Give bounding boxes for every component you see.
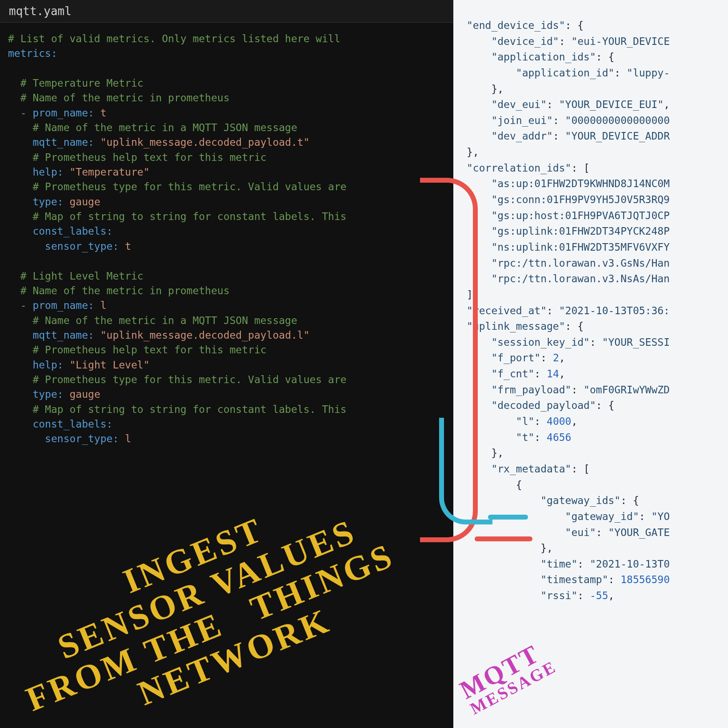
- json-token: "omF0GRIwYWwZD: [584, 384, 670, 396]
- code-token: "uplink_message.decoded_payload.l": [100, 329, 310, 341]
- code-line: # Name of the metric in prometheus: [20, 285, 230, 296]
- json-token: "2021-10-13T0: [590, 558, 670, 570]
- code-token: gauge: [70, 388, 100, 400]
- json-token: "gateway_id": [565, 511, 639, 522]
- json-token: "frm_payload": [491, 384, 571, 396]
- code-token: t: [100, 107, 107, 119]
- json-token: "join_eui": [491, 115, 552, 126]
- code-token: "Temperature": [70, 166, 150, 178]
- json-token: "rpc:/ttn.lorawan.v3.NsAs/Han: [491, 273, 670, 284]
- json-token: "end_device_ids": [467, 20, 565, 31]
- json-token: "ns:uplink:01FHW2DT35MFV6VXFY: [491, 241, 670, 253]
- code-token: help: [32, 166, 57, 178]
- json-token: "gateway_ids": [540, 495, 620, 506]
- json-token: -55: [590, 590, 608, 601]
- json-token: "decoded_payload": [491, 400, 596, 411]
- code-token: prom_name: [32, 300, 88, 311]
- json-token: "f_cnt": [491, 368, 534, 380]
- code-line: # Map of string to string for constant l…: [32, 404, 346, 415]
- code-line: # Prometheus type for this metric. Valid…: [32, 374, 346, 385]
- code-line: # Name of the metric in a MQTT JSON mess…: [32, 122, 297, 133]
- code-token: sensor_type: [45, 433, 112, 444]
- json-token: "YOUR_GATE: [608, 527, 670, 538]
- json-token: "gs:up:host:01FH9PVA6TJQTJ0CP: [491, 210, 670, 221]
- code-token: prom_name: [32, 107, 88, 119]
- code-token: type: [32, 388, 57, 400]
- code-token: help: [32, 359, 57, 371]
- json-token: "t": [516, 432, 535, 443]
- yaml-code[interactable]: # List of valid metrics. Only metrics li…: [0, 23, 453, 456]
- json-token: "0000000000000000: [565, 115, 670, 126]
- code-line: # Map of string to string for constant l…: [32, 211, 346, 222]
- json-token: 4656: [547, 432, 571, 443]
- json-token: "rx_metadata": [491, 463, 571, 475]
- code-line: # Prometheus help text for this metric: [32, 152, 266, 163]
- json-token: "dev_addr": [491, 130, 552, 142]
- code-token: mqtt_name: [32, 136, 88, 148]
- code-line: # Name of the metric in a MQTT JSON mess…: [32, 315, 297, 326]
- json-token: 18556590: [620, 574, 670, 585]
- json-token: "2021-10-13T05:36:: [559, 305, 670, 316]
- json-token: "dev_eui": [491, 99, 547, 110]
- code-line: # Prometheus help text for this metric: [32, 344, 266, 356]
- json-token: "timestamp": [540, 574, 608, 585]
- json-token: "time": [540, 558, 577, 570]
- json-token: "correlation_ids": [467, 162, 571, 174]
- code-token: "uplink_message.decoded_payload.t": [100, 136, 310, 148]
- code-token: const_labels: [32, 225, 106, 237]
- json-token: 14: [547, 368, 559, 380]
- code-token: mqtt_name: [32, 329, 88, 341]
- json-token: 2: [553, 352, 559, 364]
- code-token: sensor_type: [45, 240, 112, 252]
- json-token: "eui-YOUR_DEVICE: [571, 36, 670, 47]
- code-token: type: [32, 196, 57, 208]
- tab-bar: mqtt.yaml: [0, 0, 453, 23]
- json-token: "rpc:/ttn.lorawan.v3.GsNs/Han: [491, 257, 670, 269]
- json-token: "rssi": [540, 590, 577, 601]
- json-token: "session_key_id": [491, 336, 590, 348]
- code-token: l: [125, 433, 131, 444]
- json-token: 4000: [547, 416, 571, 427]
- code-line: # Prometheus type for this metric. Valid…: [32, 181, 346, 192]
- code-line: # Name of the metric in prometheus: [20, 92, 230, 104]
- code-line: # Temperature Metric: [20, 77, 144, 89]
- json-token: "gs:conn:01FH9PV9YH5J0V5R3RQ9: [491, 194, 670, 205]
- json-token: "application_id": [516, 67, 615, 79]
- json-pane[interactable]: "end_device_ids": { "device_id": "eui-YO…: [453, 0, 728, 728]
- code-token: metrics: [8, 48, 51, 59]
- code-token: "Light Level": [70, 359, 150, 371]
- code-token: t: [125, 240, 131, 252]
- json-token: "received_at": [467, 305, 547, 316]
- json-token: "YOUR_DEVICE_ADDR: [565, 130, 670, 142]
- json-token: "luppy-: [627, 67, 670, 79]
- code-token: const_labels: [32, 418, 106, 430]
- json-token: "uplink_message": [467, 320, 565, 332]
- json-token: "f_port": [491, 352, 540, 364]
- json-token: "as:up:01FHW2DT9KWHND8J14NC0M: [491, 178, 670, 189]
- json-token: "YOUR_SESSI: [602, 336, 670, 348]
- json-token: "YOUR_DEVICE_EUI": [559, 99, 664, 110]
- code-token: gauge: [70, 196, 100, 208]
- json-token: "l": [516, 416, 535, 427]
- code-token: l: [100, 300, 107, 311]
- code-line: # List of valid metrics. Only metrics li…: [8, 33, 340, 44]
- code-line: # Light Level Metric: [20, 270, 144, 282]
- tab-filename[interactable]: mqtt.yaml: [9, 4, 72, 18]
- json-token: "application_ids": [491, 51, 596, 63]
- json-token: "YO: [651, 511, 670, 522]
- json-token: "gs:uplink:01FHW2DT34PYCK248P: [491, 225, 670, 237]
- json-token: "device_id": [491, 36, 559, 47]
- editor-pane: mqtt.yaml # List of valid metrics. Only …: [0, 0, 453, 728]
- json-token: "eui": [565, 527, 596, 538]
